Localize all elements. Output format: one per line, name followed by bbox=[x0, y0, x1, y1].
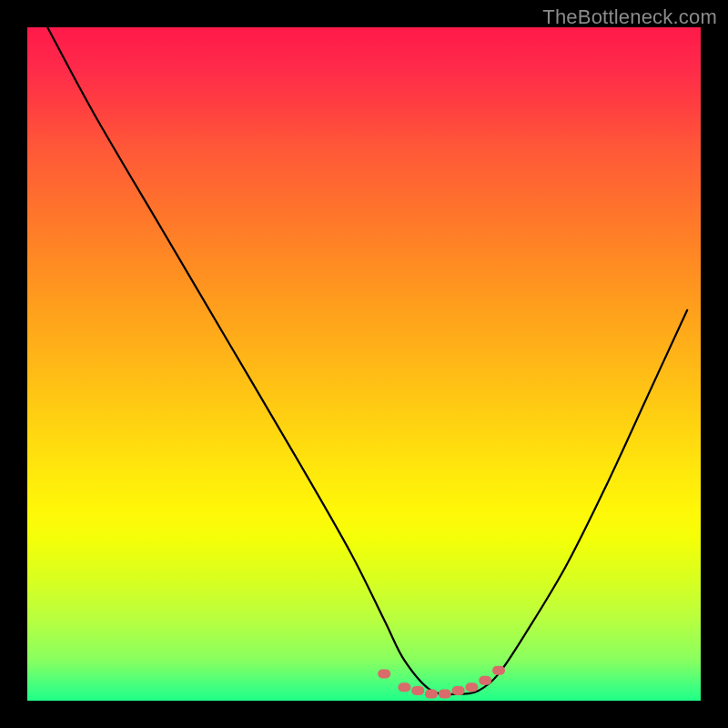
watermark-text: TheBottleneck.com bbox=[542, 5, 717, 29]
marker-dot bbox=[425, 690, 438, 699]
marker-dot bbox=[398, 682, 410, 692]
marker-dot bbox=[411, 686, 424, 695]
bottleneck-curve bbox=[47, 27, 687, 694]
curve-layer bbox=[27, 27, 701, 701]
marker-dot bbox=[378, 669, 390, 678]
marker-dot bbox=[479, 676, 491, 685]
marker-dot bbox=[452, 686, 465, 695]
flat-region-markers bbox=[378, 666, 505, 699]
marker-dot bbox=[439, 690, 451, 699]
marker-dot bbox=[492, 666, 505, 675]
marker-dot bbox=[465, 682, 478, 692]
chart-container: TheBottleneck.com bbox=[0, 0, 728, 728]
